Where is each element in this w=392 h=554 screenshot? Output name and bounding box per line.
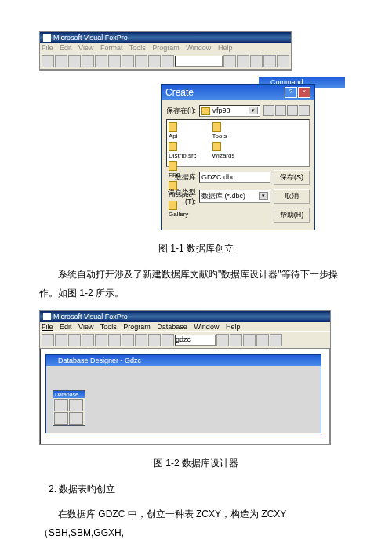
menu-bar[interactable]: File Edit View Tools Program Database Wi… (40, 322, 330, 331)
filename-input[interactable]: GDZC dbc (199, 172, 270, 183)
new-folder-icon[interactable] (275, 105, 286, 116)
folder-item: Tools (212, 121, 235, 141)
tool-cut-icon[interactable] (95, 55, 107, 67)
database-toolbar-palette: Database (53, 390, 85, 426)
palette-btn-3[interactable] (54, 412, 68, 425)
menu-help[interactable]: Help (218, 44, 233, 52)
folder-icon (169, 142, 177, 151)
folder-item: Wizards (212, 141, 235, 161)
tool-save-icon[interactable] (68, 334, 81, 346)
chevron-down-icon[interactable]: ▾ (259, 192, 268, 200)
palette-btn-1[interactable] (54, 399, 68, 411)
tool-copy-icon[interactable] (108, 334, 121, 346)
menu-file[interactable]: File (42, 323, 53, 331)
tool-a-icon[interactable] (223, 55, 236, 67)
tool-open-icon[interactable] (55, 55, 67, 67)
tool-cut-icon[interactable] (95, 334, 107, 346)
tool-save-icon[interactable] (68, 55, 81, 67)
tool-open-icon[interactable] (55, 334, 67, 346)
create-dialog: Create ? × 保存在(I): Vfp98 ▾ Api Distrib.s… (161, 84, 315, 230)
menu-bar[interactable]: File Edit View Format Tools Program Wind… (40, 43, 291, 53)
figure-1-caption: 图 1-1 数据库创立 (39, 242, 353, 255)
tool-paste-icon[interactable] (122, 55, 134, 67)
details-view-icon[interactable] (299, 105, 310, 116)
menu-window[interactable]: Window (194, 323, 219, 331)
menu-program[interactable]: Program (123, 323, 151, 331)
tool-run-icon[interactable] (162, 334, 174, 346)
tool-c-icon[interactable] (250, 55, 263, 67)
tool-new-icon[interactable] (42, 334, 54, 346)
title-bar: Microsoft Visual FoxPro (40, 311, 330, 322)
menu-tools[interactable]: Tools (100, 323, 117, 331)
folder-item: Api (169, 121, 197, 141)
figure-2: Microsoft Visual FoxPro File Edit View T… (39, 310, 353, 445)
close-icon[interactable]: × (298, 87, 310, 98)
tool-redo-icon[interactable] (148, 55, 161, 67)
save-in-combo[interactable]: Vfp98 ▾ (199, 105, 260, 117)
toolbar-combo[interactable] (175, 56, 223, 67)
vfp-main-window: Microsoft Visual FoxPro File Edit View F… (39, 31, 292, 71)
tool-undo-icon[interactable] (135, 55, 147, 67)
save-in-label: 保存在(I): (166, 106, 196, 116)
window-title: Microsoft Visual FoxPro (53, 313, 128, 320)
tool-e-icon[interactable] (270, 334, 282, 346)
name-label: 数据库 (166, 172, 196, 183)
folder-item: Distrib.src (169, 141, 197, 161)
tool-redo-icon[interactable] (148, 334, 161, 346)
tool-new-icon[interactable] (42, 55, 54, 67)
filetype-combo[interactable]: 数据库 (*.dbc) ▾ (199, 190, 270, 203)
tool-e-icon[interactable] (277, 55, 289, 67)
toolbar-combo[interactable]: gdzc (175, 335, 216, 346)
tool-d-icon[interactable] (256, 334, 269, 346)
toolbar: gdzc (40, 331, 330, 349)
tool-paste-icon[interactable] (122, 334, 134, 346)
toolbar (40, 53, 291, 70)
section-heading: 2. 数据表旳创立 (39, 480, 353, 498)
folder-icon (169, 122, 177, 132)
figure-1: Microsoft Visual FoxPro File Edit View F… (39, 31, 353, 230)
app-icon (43, 313, 51, 320)
dialog-title-bar: Create ? × (162, 85, 314, 100)
help-button[interactable]: 帮助(H) (274, 208, 310, 223)
cancel-button[interactable]: 取消 (274, 189, 310, 204)
menu-window[interactable]: Window (186, 44, 211, 52)
tool-copy-icon[interactable] (108, 55, 121, 67)
type-label: 保存类型(T): (166, 187, 196, 205)
tool-b-icon[interactable] (237, 55, 249, 67)
help-icon[interactable]: ? (285, 87, 297, 98)
tool-run-icon[interactable] (162, 55, 174, 67)
up-folder-icon[interactable] (263, 105, 274, 116)
menu-file[interactable]: File (42, 44, 53, 52)
menu-edit[interactable]: Edit (60, 44, 72, 52)
paragraph-2: 在数据库 GDZC 中，创立一种表 ZCXY，构造为 ZCXY（SBH,SBM,… (39, 505, 353, 542)
tool-print-icon[interactable] (82, 334, 94, 346)
palette-btn-4[interactable] (69, 412, 83, 425)
window-title: Microsoft Visual FoxPro (53, 34, 128, 42)
palette-btn-2[interactable] (69, 399, 83, 411)
tool-b-icon[interactable] (230, 334, 242, 346)
menu-edit[interactable]: Edit (60, 323, 72, 331)
tool-undo-icon[interactable] (135, 334, 147, 346)
menu-help[interactable]: Help (226, 323, 241, 331)
menu-tools[interactable]: Tools (129, 44, 146, 52)
menu-view[interactable]: View (78, 323, 93, 331)
menu-program[interactable]: Program (152, 44, 180, 52)
menu-database[interactable]: Database (157, 323, 187, 331)
app-icon (43, 34, 51, 42)
dialog-title: Create (165, 87, 194, 98)
tool-c-icon[interactable] (243, 334, 256, 346)
tool-a-icon[interactable] (216, 334, 229, 346)
menu-view[interactable]: View (78, 44, 93, 52)
designer-canvas[interactable]: Database (46, 366, 321, 433)
list-view-icon[interactable] (287, 105, 298, 116)
paragraph-1: 系统自动打开涉及了新建数据库文献旳"数据库设计器"等待下一步操作。如图 1-2 … (39, 265, 353, 302)
tool-d-icon[interactable] (263, 55, 276, 67)
tool-print-icon[interactable] (82, 55, 94, 67)
menu-format[interactable]: Format (100, 44, 123, 52)
palette-title: Database (53, 391, 85, 398)
figure-2-caption: 图 1-2 数据库设计器 (39, 457, 353, 470)
chevron-down-icon[interactable]: ▾ (249, 107, 258, 114)
folder-icon (169, 161, 177, 171)
file-list[interactable]: Api Distrib.src FFC Filespec Gallery Too… (166, 119, 310, 167)
save-button[interactable]: 保存(S) (274, 170, 310, 185)
